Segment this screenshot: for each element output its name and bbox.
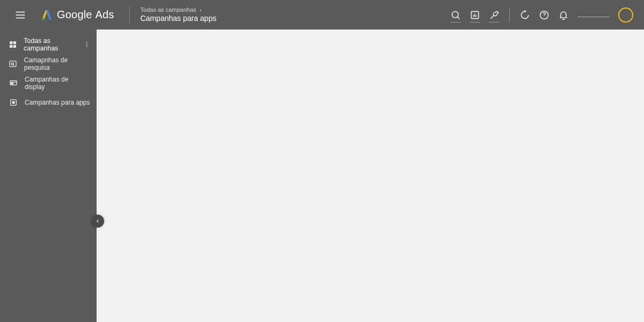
- google-ads-logo-icon: [41, 9, 53, 21]
- sidebar: Todas as campanhas Camapnhas de pesquisa…: [0, 30, 97, 322]
- more-vert-icon[interactable]: [83, 41, 90, 48]
- breadcrumb-parent: Todas as campanhas: [141, 6, 196, 14]
- sidebar-item-search-campaigns[interactable]: Camapnhas de pesquisa: [0, 54, 97, 74]
- svg-point-4: [452, 11, 458, 18]
- product-logo[interactable]: Google Ads: [41, 9, 114, 21]
- display-campaign-icon: [9, 78, 18, 88]
- sidebar-item-label: Camapnhas de pesquisa: [24, 56, 90, 71]
- sidebar-item-label: Todas as campanhas: [24, 37, 77, 52]
- header-actions: [446, 4, 640, 26]
- search-icon[interactable]: [446, 4, 465, 26]
- help-icon[interactable]: [535, 4, 554, 26]
- collapse-sidebar-button[interactable]: [91, 215, 104, 228]
- sidebar-item-display-campaigns[interactable]: Campanhas de display: [0, 74, 97, 93]
- breadcrumb[interactable]: Todas as campanhas Campanhas para apps: [141, 6, 217, 23]
- divider: [129, 6, 130, 24]
- sidebar-item-app-campaigns[interactable]: Campanhas para apps: [0, 93, 97, 112]
- svg-line-10: [491, 15, 494, 19]
- reports-icon[interactable]: [465, 4, 485, 26]
- svg-point-17: [86, 42, 87, 43]
- svg-rect-13: [10, 41, 12, 44]
- chevron-right-icon: [199, 8, 203, 12]
- svg-line-22: [14, 65, 14, 65]
- product-name: Google Ads: [57, 9, 114, 21]
- notifications-icon[interactable]: [554, 4, 573, 26]
- svg-line-5: [458, 17, 460, 19]
- svg-rect-14: [13, 41, 16, 44]
- svg-point-19: [86, 46, 87, 47]
- overview-icon: [9, 40, 17, 49]
- avatar[interactable]: [618, 8, 633, 23]
- svg-point-21: [12, 63, 14, 65]
- svg-rect-16: [13, 45, 16, 48]
- svg-rect-25: [11, 83, 13, 84]
- svg-point-18: [86, 44, 87, 45]
- svg-rect-20: [10, 61, 16, 67]
- app-header: Google Ads Todas as campanhas Campanhas …: [0, 0, 644, 30]
- tools-icon[interactable]: [485, 4, 504, 26]
- svg-rect-15: [10, 45, 12, 48]
- svg-point-27: [12, 101, 14, 104]
- app-campaign-icon: [9, 98, 18, 107]
- sidebar-item-label: Campanhas para apps: [25, 99, 90, 106]
- divider: [509, 8, 510, 23]
- sidebar-item-all-campaigns[interactable]: Todas as campanhas: [0, 35, 97, 54]
- breadcrumb-current: Campanhas para apps: [141, 14, 217, 24]
- svg-point-3: [42, 17, 45, 20]
- content-area: [97, 30, 644, 322]
- search-campaign-icon: [9, 59, 18, 69]
- refresh-icon[interactable]: [515, 4, 535, 26]
- sidebar-item-label: Campanhas de display: [25, 76, 90, 91]
- hamburger-menu-icon[interactable]: [10, 4, 31, 26]
- account-placeholder: [577, 17, 610, 17]
